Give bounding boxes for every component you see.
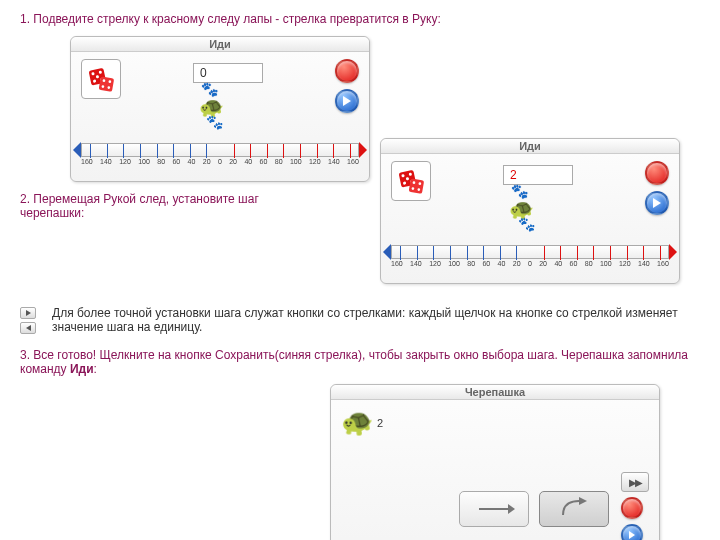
save-button[interactable]	[645, 191, 669, 215]
note-text: Для более точной установки шага служат к…	[52, 306, 700, 334]
arrow-long-right-icon	[479, 508, 509, 510]
svg-rect-17	[409, 178, 425, 194]
fast-forward-button[interactable]: ▶▶	[621, 472, 649, 492]
turtle-panel: Черепашка 🐢 2 ▶▶	[330, 384, 660, 540]
ruler-arrow-left-icon	[73, 142, 81, 158]
go-panel-two: Иди 2 🐾 🐢 🐾	[380, 138, 680, 284]
arrow-right-icon	[653, 198, 661, 208]
turtle-large-icon: 🐢	[341, 407, 373, 438]
dice-icon	[396, 166, 426, 196]
dice-button[interactable]	[391, 161, 431, 201]
step-ruler[interactable]: 1601401201008060402002040608010012014016…	[391, 245, 669, 273]
step-value-field[interactable]: 0	[193, 63, 263, 83]
go-panel-zero: Иди	[70, 36, 370, 182]
chevron-left-icon	[26, 325, 31, 331]
save-button[interactable]	[335, 89, 359, 113]
arrow-right-icon	[629, 531, 635, 539]
step-decrease-button[interactable]	[20, 322, 36, 334]
step-arrows-group	[20, 307, 36, 334]
arrow-right-icon	[343, 96, 351, 106]
ruler-arrow-right-icon	[669, 244, 677, 260]
save-button[interactable]	[621, 524, 643, 540]
cancel-button[interactable]	[621, 497, 643, 519]
ruler-labels: 1601401201008060402002040608010012014016…	[391, 260, 669, 267]
step-1-text: 1. Подведите стрелку к красному следу ла…	[20, 12, 700, 26]
ruler-arrow-right-icon	[359, 142, 367, 158]
curve-arrow-icon	[559, 497, 589, 522]
chevron-right-icon	[26, 310, 31, 316]
paw-red-icon[interactable]: 🐾	[206, 114, 223, 130]
learned-value: 2	[377, 417, 383, 429]
step-3-text: 3. Все готово! Щелкните на кнопке Сохран…	[20, 348, 700, 376]
step-ruler[interactable]: 1601401201008060402002040608010012014016…	[81, 143, 359, 171]
fast-forward-icon: ▶▶	[629, 477, 641, 488]
dice-icon	[86, 64, 116, 94]
cancel-button[interactable]	[645, 161, 669, 185]
step-value-field[interactable]: 2	[503, 165, 573, 185]
ruler-arrow-left-icon	[383, 244, 391, 260]
paw-red-icon[interactable]: 🐾	[518, 216, 535, 232]
command-turn-button[interactable]	[539, 491, 609, 527]
ruler-labels: 1601401201008060402002040608010012014016…	[81, 158, 359, 165]
dice-button[interactable]	[81, 59, 121, 99]
svg-rect-6	[99, 76, 115, 92]
command-go-button[interactable]	[459, 491, 529, 527]
cancel-button[interactable]	[335, 59, 359, 83]
step-2-text: 2. Перемещая Рукой след, установите шаг …	[20, 192, 320, 220]
step-increase-button[interactable]	[20, 307, 36, 319]
